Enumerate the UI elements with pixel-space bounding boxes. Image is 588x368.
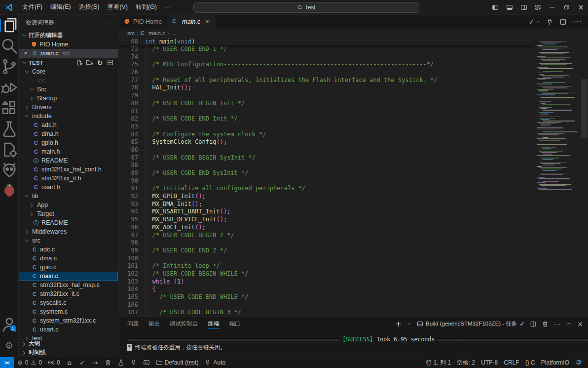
new-folder-icon[interactable] bbox=[86, 59, 93, 66]
tree-item-core[interactable]: Core bbox=[19, 67, 118, 76]
code-line-80[interactable]: 80 /* USER CODE BEGIN Init */ bbox=[118, 100, 588, 108]
status-pio-serial-monitor[interactable] bbox=[127, 357, 140, 368]
panel-tab-端口[interactable]: 端口 bbox=[229, 317, 241, 330]
code-line-106[interactable]: 106 bbox=[118, 301, 588, 309]
tree-item-syscalls-c[interactable]: Csyscalls.c bbox=[19, 298, 118, 307]
breadcrumb-item[interactable]: main.c bbox=[148, 30, 165, 36]
code-line-92[interactable]: 92 MX_GPIO_Init(); bbox=[118, 193, 588, 201]
activity-settings-icon[interactable]: ⚙ bbox=[0, 335, 19, 356]
code-line-107[interactable]: 107 /* USER CODE BEGIN 3 */ bbox=[118, 309, 588, 317]
panel-tab-终端[interactable]: 终端 bbox=[208, 317, 220, 330]
panel-tab-调试控制台[interactable]: 调试控制台 bbox=[170, 317, 198, 330]
tree-item-dma-c[interactable]: Cdma.c bbox=[19, 254, 118, 263]
kill-terminal-icon[interactable] bbox=[542, 321, 549, 327]
status-pio-clean[interactable] bbox=[102, 357, 114, 368]
tree-item-src[interactable]: src bbox=[19, 236, 118, 245]
code-line-83[interactable]: 83 bbox=[118, 123, 588, 131]
activity-search-icon[interactable] bbox=[0, 36, 19, 56]
tree-item-main-c[interactable]: Cmain.c bbox=[19, 272, 118, 281]
close-panel-icon[interactable]: × bbox=[577, 320, 583, 328]
terminal-list-entry[interactable]: Build (genericSTM32F103ZE) - 任务✓ bbox=[417, 320, 525, 327]
panel-tab-问题[interactable]: 问题 bbox=[127, 317, 139, 330]
status-pio-new-terminal[interactable] bbox=[140, 357, 153, 368]
panel-more-icon[interactable]: ··· bbox=[553, 321, 561, 327]
sticky-scroll-line[interactable]: 68int main(void) bbox=[118, 38, 534, 45]
tree-item-src[interactable]: Src bbox=[19, 85, 118, 94]
terminal-output[interactable]: ========================================… bbox=[118, 330, 588, 351]
activity-source-control-icon[interactable] bbox=[0, 56, 19, 77]
code-line-97[interactable]: 97 /* USER CODE BEGIN 2 */ bbox=[118, 232, 588, 240]
toggle-primary-sidebar-icon[interactable] bbox=[488, 0, 502, 15]
status-pio-upload[interactable]: → bbox=[89, 357, 102, 368]
code-line-68[interactable]: 68int main(void) bbox=[118, 38, 534, 45]
code-lines[interactable]: 73 /* USER CODE END 1 */7475 /* MCU Conf… bbox=[118, 45, 588, 317]
code-line-82[interactable]: 82 /* USER CODE END Init */ bbox=[118, 115, 588, 123]
collapse-all-icon[interactable] bbox=[107, 59, 114, 66]
status-pio-port[interactable]: Auto bbox=[201, 357, 228, 368]
close-tab-icon[interactable]: × bbox=[205, 18, 209, 25]
terminal-profile-chevron-icon[interactable] bbox=[406, 321, 412, 327]
run-task-button[interactable]: ✓ bbox=[529, 18, 540, 26]
code-line-75[interactable]: 75 /* MCU Configuration-----------------… bbox=[118, 61, 588, 69]
close-editor-icon[interactable]: × bbox=[22, 50, 30, 57]
new-file-icon[interactable] bbox=[75, 59, 83, 66]
tree-item-stm32f1xx_hal_conf-h[interactable]: Cstm32f1xx_hal_conf.h bbox=[19, 165, 118, 174]
activity-testing-icon[interactable] bbox=[0, 119, 19, 139]
code-line-95[interactable]: 95 MX_USB_DEVICE_Init(); bbox=[118, 216, 588, 224]
breadcrumb[interactable]: src›Cmain.c›… bbox=[118, 29, 588, 38]
open-editor-main-c[interactable]: ×Cmain.csrc bbox=[19, 49, 118, 58]
status-pio-build[interactable]: ✓ bbox=[76, 357, 89, 368]
tree-item-lib[interactable]: lib bbox=[19, 192, 118, 201]
status-platformio[interactable]: PlatformIO bbox=[538, 357, 572, 368]
tree-item-inc[interactable]: Inc bbox=[19, 76, 118, 85]
editor-scrollbar[interactable] bbox=[581, 79, 588, 138]
tree-item-include[interactable]: include bbox=[19, 112, 118, 121]
code-line-94[interactable]: 94 MX_USART1_UART_Init(); bbox=[118, 208, 588, 216]
code-editor[interactable]: 68int main(void) 73 /* USER CODE END 1 *… bbox=[118, 38, 588, 317]
tree-item-readme[interactable]: README bbox=[19, 156, 118, 165]
tree-item-gpio-c[interactable]: Cgpio.c bbox=[19, 263, 118, 272]
code-line-81[interactable]: 81 bbox=[118, 108, 588, 116]
tree-item-sysmem-c[interactable]: Csysmem.c bbox=[19, 307, 118, 316]
more-actions-icon[interactable]: ··· bbox=[573, 17, 582, 26]
tree-item-system_stm32f1xx-c[interactable]: Csystem_stm32f1xx.c bbox=[19, 316, 118, 325]
close-window-button[interactable]: × bbox=[574, 0, 588, 15]
activity-explorer-icon[interactable] bbox=[0, 15, 19, 36]
views-more-icon[interactable]: ··· bbox=[104, 20, 111, 26]
status-remote[interactable]: >< bbox=[0, 357, 14, 368]
code-line-85[interactable]: 85 SystemClock_Config(); bbox=[118, 138, 588, 146]
tab-main-c[interactable]: Cmain.c× bbox=[167, 15, 214, 29]
tree-item-adc-h[interactable]: Cadc.h bbox=[19, 121, 118, 129]
code-line-103[interactable]: 103 while (1) bbox=[118, 278, 588, 286]
code-line-76[interactable]: 76 bbox=[118, 69, 588, 77]
status-pio-home[interactable]: ⌂ bbox=[63, 357, 76, 368]
code-line-86[interactable]: 86 bbox=[118, 146, 588, 154]
status-problems[interactable]: ⊘0⚠0 bbox=[14, 357, 45, 368]
tree-item-target[interactable]: Target bbox=[19, 209, 118, 218]
code-line-99[interactable]: 99 /* USER CODE END 2 */ bbox=[118, 247, 588, 255]
command-center-search[interactable]: test bbox=[193, 2, 419, 13]
code-line-74[interactable]: 74 bbox=[118, 53, 588, 61]
split-terminal-icon[interactable] bbox=[530, 321, 537, 327]
project-header[interactable]: TEST↻ bbox=[19, 58, 118, 67]
code-line-102[interactable]: 102 /* USER CODE BEGIN WHILE */ bbox=[118, 270, 588, 278]
status-cursor-position[interactable]: 行 1, 列 1 bbox=[423, 357, 454, 368]
tree-item-main-h[interactable]: Cmain.h bbox=[19, 147, 118, 156]
code-line-84[interactable]: 84 /* Configure the system clock */ bbox=[118, 131, 588, 139]
toggle-secondary-sidebar-icon[interactable] bbox=[516, 0, 531, 15]
status-forwarded-ports[interactable]: 0 bbox=[45, 357, 63, 368]
section-大纲[interactable]: 大纲 bbox=[19, 339, 118, 348]
tree-item-stm32f1xx_it-c[interactable]: Cstm32f1xx_it.c bbox=[19, 289, 118, 298]
code-line-101[interactable]: 101 /* Infinite loop */ bbox=[118, 262, 588, 270]
tree-item-startup[interactable]: Startup bbox=[19, 94, 118, 103]
code-line-88[interactable]: 88 bbox=[118, 162, 588, 169]
activity-run-and-debug-icon[interactable] bbox=[0, 77, 19, 98]
panel-tab-输出[interactable]: 输出 bbox=[148, 317, 160, 330]
open-editor-pio-home[interactable]: PIO Home bbox=[19, 40, 118, 49]
tree-item-readme[interactable]: README bbox=[19, 218, 118, 227]
tree-item-usart-c[interactable]: Cusart.c bbox=[19, 325, 118, 334]
restore-button[interactable] bbox=[559, 0, 574, 15]
menu-g[interactable]: 转到(G) bbox=[132, 0, 161, 15]
tree-item-drivers[interactable]: Drivers bbox=[19, 103, 118, 112]
activity-platformio-icon[interactable] bbox=[0, 160, 19, 181]
